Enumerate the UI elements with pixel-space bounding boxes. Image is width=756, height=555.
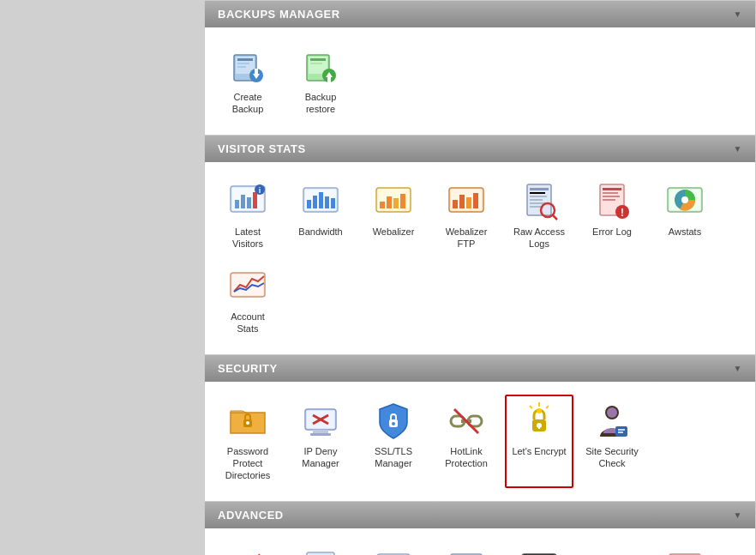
ssh-shell-item[interactable]: $_ > SSH/Shell Access — [505, 541, 573, 555]
password-protect-icon — [227, 401, 268, 442]
svg-rect-46 — [530, 199, 543, 201]
lets-encrypt-label: Let's Encrypt — [512, 445, 566, 457]
lets-encrypt-item[interactable]: Let's Encrypt — [505, 395, 573, 488]
change-language-icon: A a — [591, 547, 633, 555]
backup-restore-item[interactable]: Backup restore — [286, 40, 355, 122]
section-title-backups: BACKUPS MANAGER — [218, 8, 340, 21]
create-backup-item[interactable]: Create Backup — [213, 40, 282, 122]
webalizer-icon — [373, 181, 414, 222]
svg-rect-18 — [241, 195, 245, 208]
cgi-center-item[interactable]: CGI CGI Center — [286, 541, 355, 555]
section-header-visitor-stats[interactable]: VISITOR STATS ▼ — [205, 136, 755, 162]
section-backups: BACKUPS MANAGER ▼ — [205, 1, 755, 136]
index-manager-item[interactable]: Index Manager — [432, 541, 501, 555]
svg-rect-84 — [538, 425, 540, 429]
collapse-arrow-visitor-stats[interactable]: ▼ — [734, 144, 742, 154]
svg-rect-17 — [235, 200, 239, 208]
collapse-arrow-advanced[interactable]: ▼ — [734, 510, 742, 520]
section-title-security: SECURITY — [218, 362, 278, 375]
webalizer-ftp-item[interactable]: Webalizer FTP — [432, 175, 501, 256]
svg-point-79 — [537, 408, 542, 413]
password-protect-item[interactable]: Password Protect Directories — [213, 395, 282, 488]
section-title-advanced: ADVANCED — [218, 509, 284, 522]
ssl-tls-icon — [373, 401, 414, 442]
change-language-item[interactable]: A a Change Language — [578, 541, 646, 555]
svg-rect-69 — [310, 433, 331, 436]
hotlink-icon — [446, 401, 487, 442]
svg-point-86 — [607, 407, 617, 418]
error-log-item[interactable]: ! Error Log — [578, 175, 646, 256]
bandwidth-item[interactable]: Bandwidth — [286, 175, 355, 256]
svg-line-82 — [530, 406, 532, 408]
ssl-tls-label: SSL/TLS Manager — [365, 445, 422, 470]
section-header-advanced[interactable]: ADVANCED ▼ — [205, 502, 755, 528]
error-pages-item[interactable]: ! Error pages — [651, 541, 719, 555]
apache-handlers-icon — [227, 547, 268, 555]
svg-rect-40 — [466, 197, 471, 208]
account-stats-item[interactable]: Account Stats — [213, 260, 282, 341]
svg-rect-10 — [310, 58, 326, 61]
ip-deny-icon — [300, 401, 341, 442]
section-security: SECURITY ▼ — [205, 355, 755, 502]
site-security-label: Site Security Check — [584, 445, 640, 470]
svg-text:!: ! — [621, 206, 624, 219]
webalizer-ftp-icon — [446, 181, 487, 222]
image-manager-item[interactable]: Image Manager — [359, 541, 428, 555]
create-backup-icon — [227, 46, 268, 87]
svg-rect-7 — [255, 69, 258, 75]
svg-rect-14 — [327, 75, 331, 82]
svg-rect-41 — [473, 193, 478, 208]
webalizer-ftp-label: Webalizer FTP — [438, 226, 495, 250]
svg-rect-19 — [247, 197, 251, 208]
backup-restore-icon — [300, 46, 341, 87]
latest-visitors-icon: i — [227, 181, 268, 222]
bandwidth-icon — [300, 181, 341, 222]
svg-point-61 — [681, 196, 688, 203]
awstats-icon — [664, 181, 705, 222]
svg-rect-33 — [387, 196, 392, 208]
svg-rect-26 — [313, 196, 317, 208]
svg-text:i: i — [259, 186, 261, 195]
raw-access-logs-item[interactable]: Raw Access Logs — [505, 175, 573, 256]
cgi-center-icon: CGI — [300, 547, 341, 555]
password-protect-label: Password Protect Directories — [219, 445, 276, 482]
ip-deny-item[interactable]: IP Deny Manager — [286, 395, 355, 488]
error-log-icon: ! — [591, 181, 633, 222]
apache-handlers-item[interactable]: Apache Handlers — [213, 541, 282, 555]
section-body-visitor-stats: i Latest Visitors — [205, 162, 755, 354]
svg-rect-52 — [603, 188, 621, 190]
lets-encrypt-icon — [519, 401, 560, 442]
webalizer-item[interactable]: Webalizer — [359, 175, 428, 256]
ssl-tls-item[interactable]: SSL/TLS Manager — [359, 395, 428, 488]
account-stats-icon — [227, 266, 268, 307]
section-body-backups: Create Backup — [205, 27, 755, 135]
svg-rect-20 — [253, 192, 257, 208]
awstats-item[interactable]: Awstats — [651, 175, 719, 256]
section-body-security: Password Protect Directories — [205, 382, 755, 501]
latest-visitors-item[interactable]: i Latest Visitors — [213, 175, 282, 256]
section-header-security[interactable]: SECURITY ▼ — [205, 355, 755, 382]
webalizer-label: Webalizer — [373, 226, 415, 238]
section-header-backups[interactable]: BACKUPS MANAGER ▼ — [205, 1, 755, 27]
hotlink-item[interactable]: HotLink Protection — [432, 395, 501, 488]
collapse-arrow-backups[interactable]: ▼ — [734, 9, 742, 19]
image-manager-icon — [373, 547, 414, 555]
svg-rect-25 — [307, 200, 311, 208]
svg-point-65 — [246, 421, 249, 425]
awstats-label: Awstats — [669, 226, 701, 238]
section-advanced: ADVANCED ▼ Apache Handlers — [205, 502, 755, 555]
section-visitor-stats: VISITOR STATS ▼ — [205, 136, 755, 355]
svg-rect-35 — [400, 194, 405, 208]
site-security-item[interactable]: Site Security Check — [578, 395, 646, 488]
hotlink-label: HotLink Protection — [438, 445, 495, 470]
svg-rect-28 — [325, 196, 329, 208]
svg-rect-54 — [603, 196, 620, 197]
raw-access-logs-label: Raw Access Logs — [511, 226, 567, 250]
svg-rect-38 — [453, 200, 458, 208]
create-backup-label: Create Backup — [219, 91, 276, 116]
svg-rect-27 — [319, 192, 323, 208]
svg-line-77 — [454, 409, 478, 433]
svg-rect-29 — [331, 198, 335, 208]
error-log-label: Error Log — [592, 226, 632, 238]
collapse-arrow-security[interactable]: ▼ — [734, 364, 742, 373]
